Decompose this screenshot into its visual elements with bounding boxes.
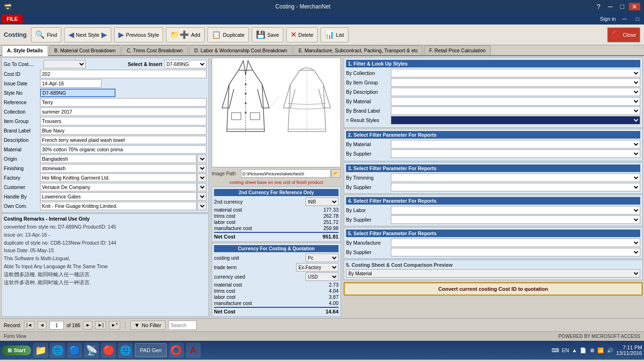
taskbar-icon-5[interactable]: 🔴 [101,343,116,358]
tab-material-cost[interactable]: B. Material Cost Breakdown [49,45,121,55]
f2-by-supplier-select[interactable] [391,149,640,158]
cost-id-input[interactable] [40,70,206,78]
save-button[interactable]: 💾 Save [252,27,283,42]
factory-input[interactable] [40,173,197,182]
taskbar-icon-ie[interactable]: 🌐 [50,343,65,358]
add-label: Add [191,32,200,38]
next-style-button[interactable]: ◀ Next Style ▶ [64,27,111,42]
by-description-select[interactable] [391,88,640,96]
next-record-button[interactable]: ► [83,321,92,329]
item-group-input[interactable] [40,117,206,125]
tab-labor-cost[interactable]: D. Labor & Workmanship Cost Breakdown [189,45,292,55]
by-material-select[interactable] [391,97,640,106]
issue-date-input[interactable] [40,79,101,88]
trade-term-select[interactable]: Ex-Factory [296,263,339,272]
currency-used-select[interactable]: USD [305,272,339,281]
minimize-button[interactable]: ─ [605,3,616,10]
handle-by-input[interactable] [40,192,197,201]
finishing-input[interactable] [40,164,197,173]
brand-label-input[interactable] [40,126,206,135]
tab-manufacture[interactable]: E. Manufacture, Subcontract, Packing, Tr… [293,45,423,55]
image-path-input[interactable] [241,169,330,178]
taskbar-icon-chrome[interactable]: 🌐 [118,343,133,358]
origin-dropdown[interactable] [197,155,206,163]
taskbar-icon-files[interactable]: 📁 [33,343,48,358]
duplicate-label: Duplicate [223,32,245,38]
file-menu[interactable]: FILE [2,15,23,23]
handle-by-dropdown[interactable] [197,192,206,201]
reference-input[interactable] [40,98,206,107]
account-minimize-btn[interactable]: ─ [619,16,629,22]
description-input[interactable] [40,136,206,144]
labor-cost-2nd-row: labor cost 251.72 [214,219,339,225]
add-button[interactable]: 📁➕ Add [166,27,205,42]
restore-button[interactable]: □ [618,3,627,10]
material-input[interactable] [40,145,206,154]
finishing-dropdown[interactable] [197,164,206,173]
taskbar-icon-7[interactable]: ⭕ [169,343,184,358]
customer-input[interactable] [40,183,197,191]
first-record-button[interactable]: |◄ [24,321,35,329]
trims-cost-2nd-row: trims cost 262.78 [214,213,339,219]
help-button[interactable]: ? [594,3,603,10]
f4-by-supplier-select[interactable] [391,215,640,224]
taskbar-icon-4[interactable]: 📡 [84,343,99,358]
sign-in-link[interactable]: Sign in [600,16,616,22]
f2-by-material-select[interactable] [391,140,640,148]
image-browse-button[interactable]: 📂 [331,169,341,178]
start-button[interactable]: ⊞ Start [2,346,31,355]
factory-dropdown[interactable] [197,173,206,182]
convert-button[interactable]: Convert current costing Cost ID to quota… [344,282,643,296]
close-label: Close [623,32,636,38]
close-button[interactable]: 🚫 Close [607,27,640,42]
tab-style-details[interactable]: A. Style Details [2,45,48,56]
f4-by-supplier-row: By Supplier [346,215,640,224]
search-input[interactable] [168,321,197,330]
costing-preview-select[interactable]: By Material [346,269,640,278]
by-brand-label-select[interactable] [391,107,640,115]
new-record-button[interactable]: ►* [109,321,120,329]
duplicate-button[interactable]: 📋 Duplicate [207,27,249,42]
currency-2nd-select[interactable]: INR [305,197,339,206]
f3-by-trimming-select[interactable] [391,173,640,182]
record-number-input[interactable] [50,321,64,329]
taskbar-icon-access[interactable]: A [186,343,201,358]
own-com-dropdown[interactable] [197,202,206,210]
list-button[interactable]: 📊 List [321,27,348,42]
delete-button[interactable]: ✕ Delete [286,27,318,42]
status-bar: Record: |◄ ◄ of 186 ► ►| ►* ▼ No Filter [0,318,644,331]
mat-cost-quot-value: 2.73 [329,282,339,288]
taskbar-right: ⌨ EN ▲ 📄 🖥 📶 🔊 7:11 PM 13/11/2016 [552,345,642,356]
no-filter-button[interactable]: ▼ No Filter [130,321,165,330]
by-item-group-select[interactable] [391,78,640,87]
trims-cost-2nd-value: 262.78 [323,213,339,219]
taskbar-icon-3[interactable]: 🔵 [67,343,82,358]
save-icon: 💾 [256,30,265,39]
find-button[interactable]: 🔍 Find [31,27,61,42]
select-insert-dropdown[interactable]: D7-689NG [164,60,206,68]
close-window-button[interactable]: ✕ [629,3,640,10]
filter1-title: 1. Filter & Look Up Styles [346,60,640,67]
tab-trims-cost[interactable]: C. Trims Cost Breakdown [122,45,188,55]
goto-cost-select[interactable] [43,60,86,68]
by-collection-select[interactable] [391,69,640,77]
previous-style-button[interactable]: ▶ Previous Style [114,27,163,42]
f3-by-supplier-select[interactable] [391,183,640,191]
account-restore-btn[interactable]: □ [633,16,642,22]
main-content: Go To Cost.... Select & Insert D7-689NG … [0,56,644,318]
f5-by-manufacture-select[interactable] [391,239,640,247]
customer-dropdown[interactable] [197,183,206,191]
costing-unit-select[interactable]: Pc [305,254,339,262]
collection-input[interactable] [40,107,206,116]
taskbar-pad-gen[interactable]: PAD Gen [135,343,167,357]
origin-input[interactable] [40,155,197,163]
files-icon: 📁 [35,345,47,356]
style-no-input[interactable] [40,89,116,97]
prev-record-button[interactable]: ◄ [37,321,47,329]
own-com-input[interactable] [40,202,197,210]
last-record-button[interactable]: ►| [95,321,106,329]
tab-retail-price[interactable]: F. Retail Price Calculation [424,45,491,55]
result-styles-select[interactable] [391,116,640,124]
f5-by-supplier-select[interactable] [391,248,640,256]
f4-by-labor-select[interactable] [391,206,640,214]
